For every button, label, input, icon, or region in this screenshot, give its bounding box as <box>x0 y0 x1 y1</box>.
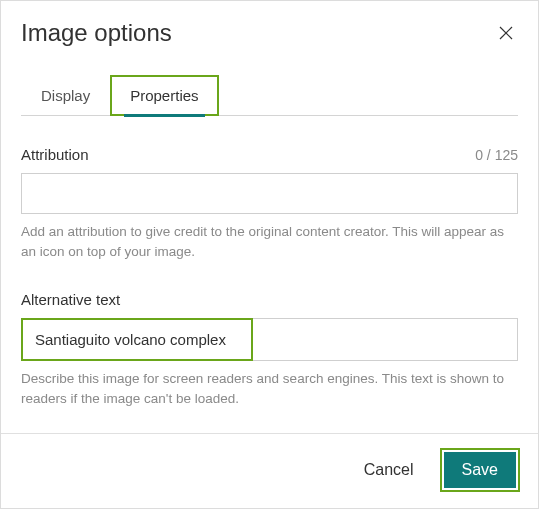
attribution-help: Add an attribution to give credit to the… <box>21 222 518 261</box>
alt-text-input-extension[interactable] <box>253 318 518 361</box>
tab-display[interactable]: Display <box>21 75 110 116</box>
attribution-label: Attribution <box>21 146 89 163</box>
close-button[interactable] <box>494 21 518 45</box>
close-icon <box>498 25 514 41</box>
alt-text-input[interactable] <box>23 320 251 359</box>
save-button[interactable]: Save <box>444 452 516 488</box>
attribution-char-count: 0 / 125 <box>475 147 518 163</box>
tabs: Display Properties <box>21 75 518 116</box>
attribution-input[interactable] <box>21 173 518 214</box>
alt-text-help: Describe this image for screen readers a… <box>21 369 518 408</box>
dialog-footer: Cancel Save <box>1 433 538 508</box>
dialog-title: Image options <box>21 19 172 47</box>
alt-text-label: Alternative text <box>21 291 120 308</box>
attribution-field: Attribution 0 / 125 Add an attribution t… <box>21 146 518 261</box>
image-options-dialog: Image options Display Properties Attribu… <box>0 0 539 509</box>
alternative-text-field: Alternative text Describe this image for… <box>21 291 518 408</box>
tab-properties[interactable]: Properties <box>110 75 218 116</box>
cancel-button[interactable]: Cancel <box>358 453 420 487</box>
